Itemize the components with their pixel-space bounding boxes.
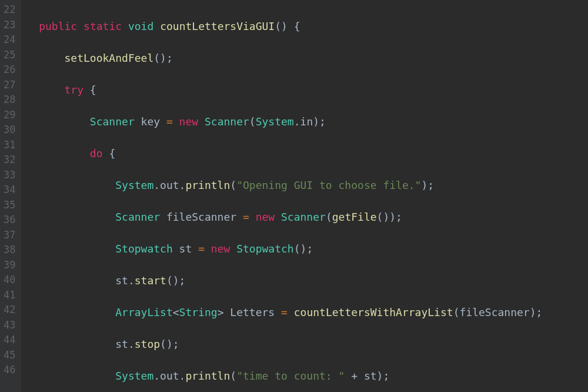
- code-line[interactable]: st.stop();: [26, 336, 542, 352]
- type: Scanner: [115, 211, 160, 223]
- keyword-new: new: [211, 242, 230, 255]
- punct: .: [128, 274, 135, 287]
- type: System: [115, 179, 153, 191]
- line-number: 26: [4, 62, 15, 78]
- line-number: 28: [4, 92, 15, 108]
- type: String: [179, 306, 218, 318]
- identifier: fileScanner: [166, 211, 236, 223]
- punct: (: [453, 306, 460, 318]
- identifier: key: [141, 115, 161, 128]
- punct: ();: [153, 52, 173, 64]
- punct: .: [128, 338, 135, 350]
- method-call: getFile: [332, 211, 377, 223]
- type: ArrayList: [115, 306, 173, 318]
- keyword-do: do: [90, 147, 103, 160]
- code-line[interactable]: st.start();: [26, 273, 542, 288]
- line-number: 31: [4, 138, 15, 153]
- method-name: countLettersViaGUI: [160, 20, 275, 32]
- code-line[interactable]: System.out.println("time to count: " + s…: [26, 368, 542, 384]
- identifier: out: [160, 179, 179, 191]
- code-line[interactable]: try {: [26, 82, 542, 98]
- punct: .: [153, 370, 160, 382]
- identifier: st: [115, 338, 128, 350]
- code-line[interactable]: System.out.println("Opening GUI to choos…: [26, 177, 542, 193]
- identifier: st: [115, 274, 128, 287]
- punct: {: [103, 147, 116, 160]
- punct: .: [179, 370, 186, 382]
- operator: +: [345, 370, 364, 382]
- line-number: 41: [4, 288, 15, 303]
- line-number: 24: [4, 32, 15, 48]
- punct: ();: [160, 338, 179, 350]
- identifier: st: [364, 370, 377, 382]
- line-number: 32: [4, 152, 15, 168]
- punct: );: [421, 179, 434, 191]
- line-number: 34: [4, 182, 15, 198]
- punct: );: [377, 370, 390, 382]
- line-number: 43: [4, 318, 15, 333]
- punct: (: [230, 179, 236, 191]
- punct: .: [294, 115, 300, 128]
- method-call: println: [185, 179, 230, 191]
- punct: );: [530, 306, 543, 318]
- code-area[interactable]: public static void countLettersViaGUI() …: [21, 0, 542, 392]
- type: Scanner: [90, 115, 135, 128]
- punct: () {: [275, 20, 300, 32]
- identifier: Letters: [230, 306, 275, 318]
- identifier: out: [160, 370, 179, 382]
- punct: ();: [294, 242, 313, 255]
- line-number: 39: [4, 258, 15, 273]
- code-editor[interactable]: 22 23 24 25 26 27 28 29 30 31 32 33 34 3…: [0, 0, 588, 392]
- punct: (: [326, 211, 332, 223]
- operator: =: [198, 242, 205, 255]
- operator: =: [166, 115, 173, 128]
- method-call: println: [185, 370, 230, 382]
- punct: .: [179, 179, 186, 191]
- line-number: 23: [4, 18, 15, 33]
- string-literal: "time to count: ": [236, 370, 345, 382]
- punct: {: [83, 84, 96, 96]
- code-line[interactable]: setLookAndFeel();: [26, 50, 542, 66]
- keyword-try: try: [65, 84, 84, 96]
- punct: );: [389, 211, 402, 223]
- type: Stopwatch: [115, 242, 173, 255]
- line-number: 35: [4, 198, 15, 213]
- line-number: 45: [4, 348, 15, 363]
- method-call: countLettersWithArrayList: [294, 306, 453, 318]
- keyword-public: public: [39, 20, 77, 32]
- identifier: st: [179, 242, 192, 255]
- code-line[interactable]: ArrayList<String> Letters = countLetters…: [26, 304, 542, 320]
- type: System: [115, 370, 153, 382]
- type: System: [256, 115, 294, 128]
- line-number: 29: [4, 108, 15, 123]
- line-number: 30: [4, 122, 15, 138]
- code-line[interactable]: public static void countLettersViaGUI() …: [26, 18, 542, 34]
- line-number: 25: [4, 48, 15, 63]
- line-number: 44: [4, 333, 15, 348]
- constructor: Stopwatch: [236, 242, 294, 255]
- code-line[interactable]: Scanner key = new Scanner(System.in);: [26, 114, 542, 129]
- line-number: 37: [4, 228, 15, 243]
- line-number-gutter: 22 23 24 25 26 27 28 29 30 31 32 33 34 3…: [0, 0, 21, 392]
- keyword-void: void: [128, 20, 153, 32]
- line-number: 36: [4, 212, 15, 228]
- keyword-new: new: [256, 211, 275, 223]
- punct: .: [153, 179, 160, 191]
- line-number: 27: [4, 78, 15, 93]
- constructor: Scanner: [281, 211, 326, 223]
- method-call: stop: [135, 338, 160, 350]
- code-line[interactable]: Scanner fileScanner = new Scanner(getFil…: [26, 209, 542, 225]
- method-call: setLookAndFeel: [65, 52, 154, 64]
- punct: <: [173, 306, 179, 318]
- identifier: in: [300, 115, 313, 128]
- line-number: 42: [4, 303, 15, 318]
- code-line[interactable]: do {: [26, 145, 542, 161]
- punct: ();: [166, 274, 186, 287]
- punct: (: [249, 115, 256, 128]
- code-line[interactable]: Stopwatch st = new Stopwatch();: [26, 241, 542, 257]
- identifier: fileScanner: [459, 306, 529, 318]
- line-number: 46: [4, 363, 15, 378]
- operator: =: [243, 211, 249, 223]
- method-call: start: [135, 274, 166, 287]
- line-number: 38: [4, 242, 15, 258]
